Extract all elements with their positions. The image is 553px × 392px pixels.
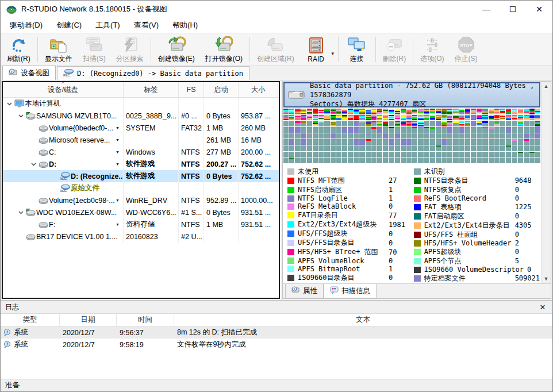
- row-dropdown-icon[interactable]: ▼: [116, 126, 120, 130]
- map-block: [354, 127, 359, 133]
- tree-row-7[interactable]: REC.原始文件: [3, 182, 279, 194]
- map-block: [477, 139, 482, 145]
- map-block: [377, 157, 382, 163]
- scroll-down-icon[interactable]: ▼: [542, 274, 551, 283]
- scan-block-map[interactable]: [283, 108, 540, 163]
- tree-row-1[interactable]: SAMSUNG MZVLB1T0...0025_388B_9...#0 ...0…: [3, 110, 279, 122]
- toolbar-button-9[interactable]: 删除(R): [378, 34, 412, 64]
- menu-item-1[interactable]: 创建(C): [49, 18, 89, 33]
- toolbar-button-6[interactable]: 创建区域(R): [252, 34, 299, 64]
- tree-column-header-2[interactable]: FS: [179, 82, 204, 97]
- menu-item-3[interactable]: 查看(V): [127, 18, 166, 33]
- map-block: [529, 127, 535, 133]
- row-dropdown-icon[interactable]: ▼: [116, 138, 120, 142]
- maximize-button[interactable]: ☐: [500, 1, 526, 18]
- tab-properties[interactable]: i 属性: [285, 284, 324, 298]
- log-column-header-3[interactable]: 文本: [174, 314, 552, 326]
- tab-device-view[interactable]: i 设备视图: [2, 66, 56, 80]
- map-block: [289, 115, 294, 121]
- toolbar-button-4[interactable]: 创建镜像(E): [153, 34, 200, 64]
- scan-scrollbar[interactable]: ▲ ▼: [541, 82, 551, 283]
- tree-row-11[interactable]: BR17 DEVICE V1.00 1....20160823#2 U...: [3, 230, 279, 243]
- tree-column-header-1[interactable]: 标签: [124, 82, 179, 97]
- toolbar-button-8[interactable]: 连接: [340, 34, 374, 64]
- map-block: [336, 121, 341, 126]
- row-dropdown-icon[interactable]: ▼: [116, 198, 120, 202]
- expand-chevron-icon[interactable]: [17, 211, 25, 214]
- map-block: [494, 145, 500, 151]
- map-block: [307, 109, 312, 114]
- log-column-header-1[interactable]: 日期: [60, 314, 117, 326]
- tree-row-10[interactable]: F:▼资料存储NTFS1 MB931.51 ...: [3, 218, 279, 230]
- toolbar-button-3[interactable]: 分区搜索: [111, 34, 149, 64]
- expand-chevron-icon[interactable]: [29, 163, 37, 166]
- legend-item-right-10: APFS个节点5: [414, 256, 540, 266]
- log-column-header-2[interactable]: 时间: [117, 314, 174, 326]
- legend-label: ReFS BootRecord: [424, 194, 512, 202]
- legend-value: 70: [385, 248, 397, 256]
- tree-row-3[interactable]: Microsoft reserve...▼261 MB16 MB: [3, 134, 279, 146]
- device-name: BR17 DEVICE V1.00 1....: [36, 233, 118, 241]
- tree-column-header-4[interactable]: 大小: [239, 82, 278, 97]
- legend-value: 27: [385, 176, 397, 185]
- map-block: [430, 133, 435, 139]
- tree-column-header-0[interactable]: ^设备/磁盘: [3, 82, 124, 97]
- tab-scan-info[interactable]: 扫描信息: [324, 284, 377, 298]
- toolbar-button-11[interactable]: STOP停止(S): [450, 34, 483, 64]
- map-block: [494, 115, 500, 121]
- legend-label: APFS BitmapRoot: [298, 265, 385, 273]
- toolbar-button-1[interactable]: 显示文件: [40, 34, 78, 64]
- log-row-1[interactable]: i系统2020/12/79:58:19文件枚举在9秒内完成: [1, 339, 552, 351]
- map-block: [453, 115, 458, 121]
- log-close-icon[interactable]: ✕: [537, 303, 548, 312]
- tree-column-header-3[interactable]: 启动: [204, 82, 239, 97]
- close-button[interactable]: ✕: [526, 1, 552, 18]
- menu-item-4[interactable]: 帮助(H): [166, 18, 205, 33]
- map-block: [395, 121, 400, 126]
- toolbar-button-2[interactable]: 扫描(S): [78, 34, 111, 64]
- map-block: [489, 115, 494, 121]
- disk-icon: [37, 221, 49, 228]
- toolbar-button-5[interactable]: 打开镜像(O): [200, 34, 248, 64]
- raid-dropdown-icon[interactable]: ▼: [331, 51, 335, 56]
- tree-row-8[interactable]: Volume{1ecb0c98-...▼WinRE_DRVNTFS952.89 …: [3, 194, 279, 206]
- expand-chevron-icon[interactable]: [17, 114, 25, 118]
- map-block: [336, 157, 341, 163]
- toolbar-button-10[interactable]: 选项(O): [415, 34, 449, 64]
- map-block: [465, 157, 470, 163]
- map-block: [459, 145, 464, 151]
- legend-value: 0: [385, 202, 393, 210]
- row-dropdown-icon[interactable]: ▼: [116, 162, 120, 166]
- tree-row-9[interactable]: WDC WD10EZEX-08W...WD-WCC6Y6...#1 S...0 …: [3, 206, 279, 218]
- tree-row-5[interactable]: D:▼软件游戏NTFS200.27 ...752.62 ...: [3, 158, 279, 170]
- scroll-up-icon[interactable]: ▲: [542, 82, 551, 91]
- map-block: [535, 152, 540, 157]
- device-name: D: (Recognize...: [71, 172, 124, 180]
- map-block: [447, 115, 452, 121]
- map-block: [500, 152, 505, 157]
- map-block: [318, 145, 324, 151]
- log-text: 8m 12s 的 D: 扫描已完成: [174, 326, 552, 339]
- log-row-0[interactable]: i系统2020/12/79:56:378m 12s 的 D: 扫描已完成: [1, 326, 552, 339]
- map-block: [418, 127, 423, 133]
- partition-info-box[interactable]: Basic data partition - 752.62 GB (808121…: [283, 82, 540, 107]
- tree-row-2[interactable]: Volume{0bedecf0-...▼SYSTEMFAT321 MB260 M…: [3, 122, 279, 134]
- minimize-button[interactable]: —: [473, 1, 500, 18]
- menu-item-2[interactable]: 工具(T): [89, 18, 127, 33]
- menu-item-0[interactable]: 驱动器(D): [3, 18, 49, 33]
- tab-recognized-partition[interactable]: REC. D: (Recognized0) -> Basic data part…: [57, 66, 249, 80]
- map-block: [395, 115, 400, 121]
- map-block: [482, 157, 487, 163]
- tree-row-0[interactable]: 本地计算机: [3, 98, 279, 110]
- map-block: [389, 115, 394, 121]
- row-dropdown-icon[interactable]: ▼: [116, 222, 120, 226]
- map-block: [424, 152, 429, 157]
- toolbar-button-7[interactable]: RAID: [299, 34, 333, 64]
- map-block: [366, 109, 371, 114]
- log-column-header-0[interactable]: 类型: [1, 314, 60, 326]
- expand-chevron-icon[interactable]: [5, 102, 13, 106]
- tree-row-4[interactable]: C:▼WindowsNTFS277 MB200.00 ...: [3, 146, 279, 158]
- tree-row-6[interactable]: REC.D: (Recognize...软件游戏NTFS0 Bytes752.6…: [3, 170, 279, 182]
- toolbar-button-0[interactable]: 刷新(R): [2, 34, 36, 64]
- row-dropdown-icon[interactable]: ▼: [116, 150, 120, 154]
